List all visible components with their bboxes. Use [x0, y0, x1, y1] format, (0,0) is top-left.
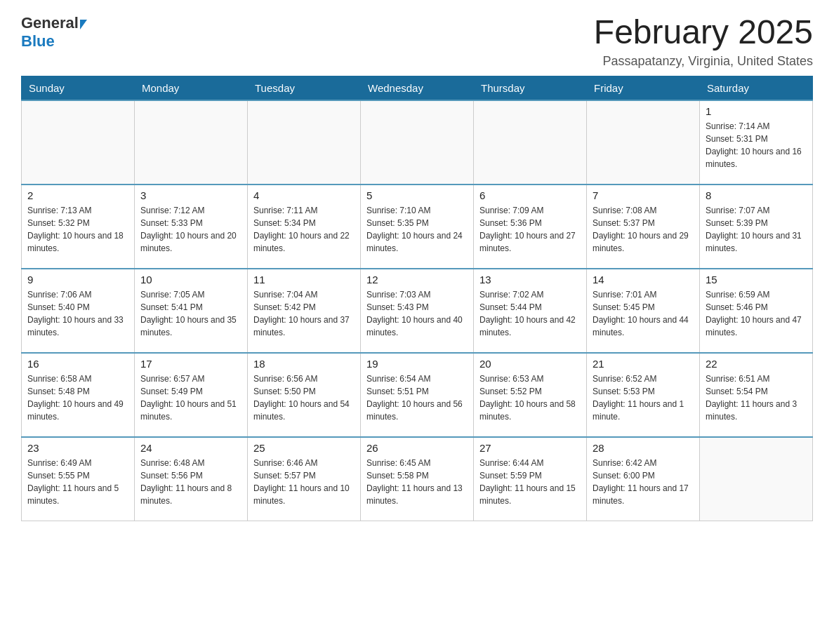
- calendar-week-row: 2Sunrise: 7:13 AM Sunset: 5:32 PM Daylig…: [22, 185, 813, 269]
- day-number: 15: [706, 274, 807, 286]
- calendar-header-wednesday: Wednesday: [361, 76, 474, 100]
- day-info: Sunrise: 7:08 AM Sunset: 5:37 PM Dayligh…: [593, 204, 694, 255]
- day-info: Sunrise: 7:03 AM Sunset: 5:43 PM Dayligh…: [366, 288, 468, 339]
- day-number: 10: [140, 274, 241, 286]
- calendar-header-tuesday: Tuesday: [248, 76, 361, 100]
- day-number: 18: [253, 358, 355, 370]
- calendar-header-thursday: Thursday: [474, 76, 587, 100]
- day-info: Sunrise: 7:09 AM Sunset: 5:36 PM Dayligh…: [479, 204, 581, 255]
- day-number: 12: [366, 274, 468, 286]
- logo-blue-text: Blue: [21, 32, 55, 51]
- day-number: 9: [27, 274, 128, 286]
- day-number: 28: [593, 442, 694, 454]
- calendar-header-saturday: Saturday: [700, 76, 813, 100]
- day-number: 8: [706, 189, 807, 201]
- calendar-cell: 24Sunrise: 6:48 AM Sunset: 5:56 PM Dayli…: [135, 437, 248, 521]
- calendar-cell: 16Sunrise: 6:58 AM Sunset: 5:48 PM Dayli…: [22, 353, 135, 437]
- day-number: 3: [140, 189, 241, 201]
- day-info: Sunrise: 6:42 AM Sunset: 6:00 PM Dayligh…: [593, 457, 694, 507]
- day-number: 20: [479, 358, 581, 370]
- calendar-cell: 4Sunrise: 7:11 AM Sunset: 5:34 PM Daylig…: [248, 185, 361, 269]
- calendar-cell: [700, 437, 813, 521]
- day-info: Sunrise: 7:12 AM Sunset: 5:33 PM Dayligh…: [140, 204, 241, 255]
- calendar-cell: 22Sunrise: 6:51 AM Sunset: 5:54 PM Dayli…: [700, 353, 813, 437]
- calendar-cell: 7Sunrise: 7:08 AM Sunset: 5:37 PM Daylig…: [587, 185, 700, 269]
- day-number: 4: [253, 189, 355, 201]
- calendar-cell: 2Sunrise: 7:13 AM Sunset: 5:32 PM Daylig…: [22, 185, 135, 269]
- calendar-cell: 18Sunrise: 6:56 AM Sunset: 5:50 PM Dayli…: [248, 353, 361, 437]
- logo-arrow-icon: [80, 20, 87, 29]
- day-info: Sunrise: 7:13 AM Sunset: 5:32 PM Dayligh…: [27, 204, 128, 255]
- day-info: Sunrise: 7:04 AM Sunset: 5:42 PM Dayligh…: [253, 288, 355, 339]
- day-info: Sunrise: 7:05 AM Sunset: 5:41 PM Dayligh…: [140, 288, 241, 339]
- calendar-cell: [361, 100, 474, 185]
- calendar-cell: 3Sunrise: 7:12 AM Sunset: 5:33 PM Daylig…: [135, 185, 248, 269]
- calendar-header-monday: Monday: [135, 76, 248, 100]
- day-info: Sunrise: 7:07 AM Sunset: 5:39 PM Dayligh…: [706, 204, 807, 255]
- calendar-week-row: 1Sunrise: 7:14 AM Sunset: 5:31 PM Daylig…: [22, 100, 813, 185]
- day-info: Sunrise: 7:06 AM Sunset: 5:40 PM Dayligh…: [27, 288, 128, 339]
- logo-general-text: General: [21, 14, 79, 32]
- month-title: February 2025: [594, 14, 813, 51]
- calendar-cell: 23Sunrise: 6:49 AM Sunset: 5:55 PM Dayli…: [22, 437, 135, 521]
- title-section: February 2025 Passapatanzy, Virginia, Un…: [594, 14, 813, 69]
- day-info: Sunrise: 6:59 AM Sunset: 5:46 PM Dayligh…: [706, 288, 807, 339]
- day-info: Sunrise: 7:11 AM Sunset: 5:34 PM Dayligh…: [253, 204, 355, 255]
- day-number: 11: [253, 274, 355, 286]
- day-number: 7: [593, 189, 694, 201]
- day-number: 23: [27, 442, 128, 454]
- day-info: Sunrise: 7:14 AM Sunset: 5:31 PM Dayligh…: [706, 120, 807, 170]
- day-number: 13: [479, 274, 581, 286]
- calendar-cell: 6Sunrise: 7:09 AM Sunset: 5:36 PM Daylig…: [474, 185, 587, 269]
- day-info: Sunrise: 6:49 AM Sunset: 5:55 PM Dayligh…: [27, 457, 128, 507]
- calendar-header-row: SundayMondayTuesdayWednesdayThursdayFrid…: [22, 76, 813, 100]
- day-number: 22: [706, 358, 807, 370]
- day-info: Sunrise: 7:10 AM Sunset: 5:35 PM Dayligh…: [366, 204, 468, 255]
- day-info: Sunrise: 6:48 AM Sunset: 5:56 PM Dayligh…: [140, 457, 241, 507]
- day-number: 25: [253, 442, 355, 454]
- calendar-table: SundayMondayTuesdayWednesdayThursdayFrid…: [21, 76, 813, 522]
- calendar-cell: 10Sunrise: 7:05 AM Sunset: 5:41 PM Dayli…: [135, 269, 248, 353]
- calendar-cell: 15Sunrise: 6:59 AM Sunset: 5:46 PM Dayli…: [700, 269, 813, 353]
- calendar-cell: 20Sunrise: 6:53 AM Sunset: 5:52 PM Dayli…: [474, 353, 587, 437]
- calendar-cell: [22, 100, 135, 185]
- calendar-cell: 21Sunrise: 6:52 AM Sunset: 5:53 PM Dayli…: [587, 353, 700, 437]
- calendar-week-row: 16Sunrise: 6:58 AM Sunset: 5:48 PM Dayli…: [22, 353, 813, 437]
- calendar-cell: 19Sunrise: 6:54 AM Sunset: 5:51 PM Dayli…: [361, 353, 474, 437]
- day-number: 1: [706, 105, 807, 117]
- day-info: Sunrise: 6:52 AM Sunset: 5:53 PM Dayligh…: [593, 373, 694, 423]
- calendar-cell: 1Sunrise: 7:14 AM Sunset: 5:31 PM Daylig…: [700, 100, 813, 185]
- day-info: Sunrise: 6:57 AM Sunset: 5:49 PM Dayligh…: [140, 373, 241, 423]
- calendar-cell: [135, 100, 248, 185]
- day-number: 2: [27, 189, 128, 201]
- calendar-header-friday: Friday: [587, 76, 700, 100]
- calendar-cell: 17Sunrise: 6:57 AM Sunset: 5:49 PM Dayli…: [135, 353, 248, 437]
- calendar-cell: 27Sunrise: 6:44 AM Sunset: 5:59 PM Dayli…: [474, 437, 587, 521]
- calendar-cell: [474, 100, 587, 185]
- calendar-cell: [587, 100, 700, 185]
- day-info: Sunrise: 6:46 AM Sunset: 5:57 PM Dayligh…: [253, 457, 355, 507]
- day-number: 14: [593, 274, 694, 286]
- logo: General Blue: [21, 14, 88, 51]
- day-info: Sunrise: 6:58 AM Sunset: 5:48 PM Dayligh…: [27, 373, 128, 423]
- day-info: Sunrise: 6:44 AM Sunset: 5:59 PM Dayligh…: [479, 457, 581, 507]
- day-info: Sunrise: 6:45 AM Sunset: 5:58 PM Dayligh…: [366, 457, 468, 507]
- calendar-week-row: 23Sunrise: 6:49 AM Sunset: 5:55 PM Dayli…: [22, 437, 813, 521]
- location-subtitle: Passapatanzy, Virginia, United States: [594, 54, 813, 69]
- day-number: 17: [140, 358, 241, 370]
- calendar-cell: 26Sunrise: 6:45 AM Sunset: 5:58 PM Dayli…: [361, 437, 474, 521]
- day-number: 5: [366, 189, 468, 201]
- day-number: 27: [479, 442, 581, 454]
- calendar-cell: 11Sunrise: 7:04 AM Sunset: 5:42 PM Dayli…: [248, 269, 361, 353]
- calendar-cell: 13Sunrise: 7:02 AM Sunset: 5:44 PM Dayli…: [474, 269, 587, 353]
- day-info: Sunrise: 7:01 AM Sunset: 5:45 PM Dayligh…: [593, 288, 694, 339]
- day-number: 19: [366, 358, 468, 370]
- calendar-cell: 5Sunrise: 7:10 AM Sunset: 5:35 PM Daylig…: [361, 185, 474, 269]
- page-header: General Blue February 2025 Passapatanzy,…: [21, 14, 813, 69]
- day-info: Sunrise: 6:53 AM Sunset: 5:52 PM Dayligh…: [479, 373, 581, 423]
- calendar-cell: 25Sunrise: 6:46 AM Sunset: 5:57 PM Dayli…: [248, 437, 361, 521]
- day-number: 16: [27, 358, 128, 370]
- day-info: Sunrise: 6:51 AM Sunset: 5:54 PM Dayligh…: [706, 373, 807, 423]
- day-info: Sunrise: 6:56 AM Sunset: 5:50 PM Dayligh…: [253, 373, 355, 423]
- calendar-cell: 8Sunrise: 7:07 AM Sunset: 5:39 PM Daylig…: [700, 185, 813, 269]
